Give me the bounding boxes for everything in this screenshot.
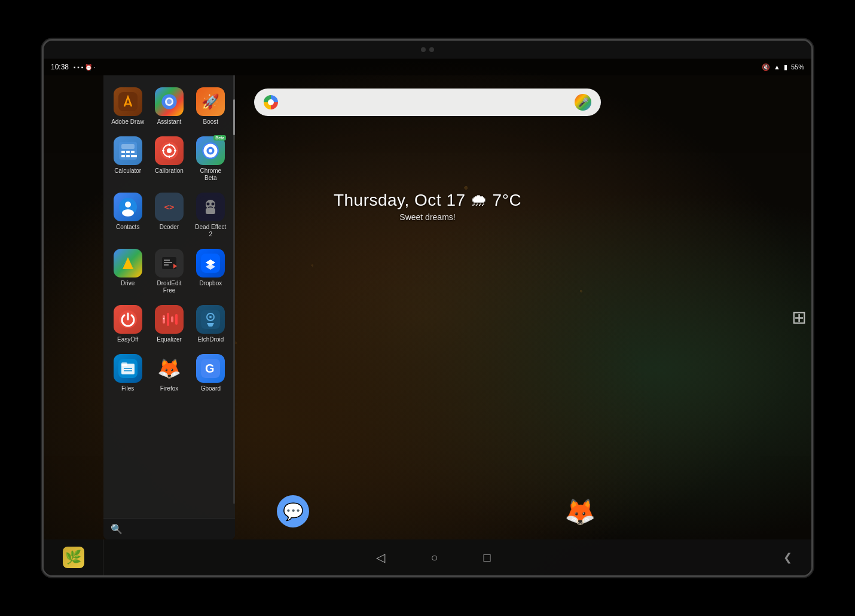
- app-icon-gboard: G: [196, 354, 225, 383]
- svg-point-26: [122, 209, 134, 216]
- app-drawer: Adobe DrawAssistant🚀BoostCalculatorCalib…: [103, 75, 235, 539]
- notification-icons: ▪ ▪ ▪ ⏰ ·: [74, 64, 96, 71]
- firefox-icon-glyph: 🦊: [564, 497, 596, 526]
- app-item-drive[interactable]: Drive: [108, 244, 147, 298]
- app-label-dropbox: Dropbox: [199, 280, 222, 287]
- app-icon-firefox: 🦊: [155, 354, 184, 383]
- app-label-equalizer: Equalizer: [157, 336, 182, 343]
- greeting-text: Sweet dreams!: [334, 212, 521, 222]
- time-display: 10:38: [51, 63, 69, 71]
- app-item-boost[interactable]: 🚀Boost: [191, 83, 230, 129]
- app-icon-easyoff: [114, 305, 142, 334]
- app-item-droidedit-free[interactable]: DroidEdit Free: [149, 244, 188, 298]
- nav-collapse-button[interactable]: ❮: [783, 551, 792, 564]
- app-item-dropbox[interactable]: Dropbox: [191, 244, 230, 298]
- app-icon-dcoder: <>: [155, 193, 184, 221]
- camera-dot-2: [429, 47, 434, 52]
- app-label-assistant: Assistant: [157, 118, 182, 126]
- svg-rect-11: [126, 155, 130, 157]
- svg-rect-8: [126, 151, 130, 153]
- app-icon-assistant: [155, 87, 184, 116]
- app-item-easyoff[interactable]: EasyOff: [108, 300, 147, 347]
- app-item-gboard[interactable]: GGboard: [191, 349, 230, 396]
- app-icon-adobe-draw: [114, 87, 142, 116]
- svg-point-30: [207, 203, 210, 206]
- app-icon-calibration: [155, 136, 184, 165]
- date-display: Thursday, Oct 17 🌧 7°C: [334, 190, 521, 210]
- drawer-search[interactable]: 🔍 ⋮: [103, 518, 235, 539]
- app-label-easyoff: EasyOff: [117, 336, 138, 343]
- search-bar[interactable]: 🎤: [254, 89, 601, 116]
- mute-icon: 🔇: [762, 63, 770, 71]
- nav-right: ❮: [764, 551, 811, 564]
- app-icon-chrome-beta: [196, 136, 225, 165]
- app-label-firefox: Firefox: [160, 385, 179, 392]
- chat-icon-glyph: 💬: [283, 502, 304, 522]
- app-icon-dead-effect-2: [196, 193, 225, 221]
- nav-back-button[interactable]: ◁: [371, 545, 390, 569]
- app-icon-droidedit-free: [155, 249, 184, 277]
- wifi-icon: ▲: [774, 63, 780, 71]
- google-g-inner: [268, 99, 274, 105]
- tablet-frame: 10:38 ▪ ▪ ▪ ⏰ · 🔇 ▲ ▮ 55% 🎤 Thursday, O: [42, 39, 813, 577]
- app-item-assistant[interactable]: Assistant: [149, 83, 188, 129]
- app-item-equalizer[interactable]: Equalizer: [149, 300, 188, 347]
- app-item-etchdroid[interactable]: EtchDroid: [191, 300, 230, 347]
- dock-firefox-icon[interactable]: 🦊: [564, 495, 596, 527]
- windows-button[interactable]: ⊞: [787, 301, 811, 334]
- app-icon-etchdroid: [196, 305, 225, 334]
- launcher-glyph: 🌿: [65, 550, 81, 565]
- svg-point-31: [212, 203, 215, 206]
- svg-rect-48: [167, 313, 169, 326]
- app-label-dead-effect-2: Dead Effect 2: [194, 224, 228, 238]
- app-label-chrome-beta: Chrome Beta: [194, 167, 228, 182]
- app-label-etchdroid: EtchDroid: [197, 336, 224, 343]
- app-item-firefox[interactable]: 🦊Firefox: [149, 349, 188, 396]
- app-label-files: Files: [121, 385, 134, 392]
- app-label-boost: Boost: [203, 118, 219, 126]
- app-item-calibration[interactable]: Calibration: [149, 132, 188, 185]
- app-label-calculator: Calculator: [114, 167, 141, 175]
- app-grid: Adobe DrawAssistant🚀BoostCalculatorCalib…: [103, 75, 235, 518]
- nav-home-button[interactable]: ○: [426, 546, 442, 569]
- app-item-dcoder[interactable]: <>Dcoder: [149, 188, 188, 242]
- app-launcher-button[interactable]: 🌿: [44, 539, 103, 575]
- launcher-icon: 🌿: [63, 547, 84, 568]
- svg-rect-49: [171, 316, 173, 322]
- app-item-calculator[interactable]: Calculator: [108, 132, 147, 185]
- app-item-adobe-draw[interactable]: Adobe Draw: [108, 83, 147, 129]
- nav-bar: 🌿 ◁ ○ □ ❮: [44, 539, 811, 575]
- app-icon-files: [114, 354, 142, 383]
- app-icon-contacts: [114, 193, 142, 221]
- app-icon-boost: 🚀: [196, 87, 225, 116]
- svg-rect-10: [121, 155, 125, 157]
- status-left: 10:38 ▪ ▪ ▪ ⏰ ·: [51, 63, 96, 71]
- app-item-dead-effect-2[interactable]: Dead Effect 2: [191, 188, 230, 242]
- app-icon-calculator: [114, 136, 142, 165]
- app-item-contacts[interactable]: Contacts: [108, 188, 147, 242]
- svg-point-23: [209, 149, 212, 153]
- app-item-chrome-beta[interactable]: BetaChrome Beta: [191, 132, 230, 185]
- search-bar-container: 🎤: [254, 89, 601, 116]
- dock-chat-icon[interactable]: 💬: [277, 495, 309, 527]
- app-icon-dropbox: [196, 249, 225, 277]
- drawer-scrollbar-thumb: [233, 99, 235, 135]
- svg-rect-9: [131, 151, 135, 153]
- drawer-search-input[interactable]: [127, 524, 232, 534]
- app-label-drive: Drive: [121, 280, 135, 287]
- screen: 10:38 ▪ ▪ ▪ ⏰ · 🔇 ▲ ▮ 55% 🎤 Thursday, O: [44, 59, 811, 575]
- svg-rect-50: [175, 314, 178, 325]
- mic-icon[interactable]: 🎤: [575, 94, 591, 111]
- svg-rect-29: [206, 208, 215, 214]
- svg-point-15: [167, 148, 172, 153]
- svg-rect-12: [131, 155, 137, 157]
- camera-bar: [44, 41, 811, 59]
- nav-recents-button[interactable]: □: [479, 546, 496, 569]
- app-item-files[interactable]: Files: [108, 349, 147, 396]
- svg-rect-6: [121, 144, 135, 149]
- svg-rect-7: [121, 151, 125, 153]
- battery-percent: 55%: [791, 63, 804, 71]
- svg-point-54: [209, 316, 212, 318]
- status-right: 🔇 ▲ ▮ 55%: [762, 63, 804, 71]
- status-bar: 10:38 ▪ ▪ ▪ ⏰ · 🔇 ▲ ▮ 55%: [44, 59, 811, 75]
